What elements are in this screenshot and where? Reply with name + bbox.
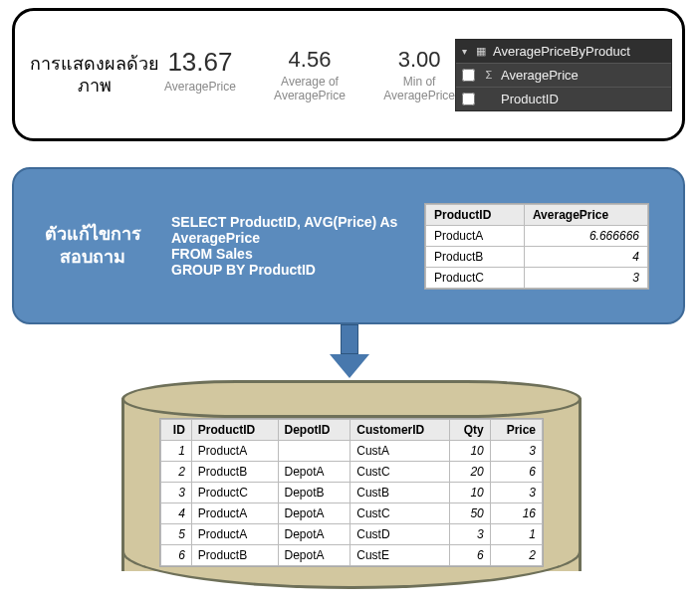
cell: 10 bbox=[450, 483, 491, 503]
table-header-row: ProductID AveragePrice bbox=[426, 204, 648, 225]
cell bbox=[278, 441, 350, 462]
cell: CustC bbox=[350, 462, 450, 483]
flow-arrow-down bbox=[335, 324, 364, 380]
arrow-stem bbox=[341, 324, 358, 354]
column-header: ID bbox=[161, 420, 192, 441]
cell: 6 bbox=[490, 462, 542, 483]
database-cylinder: ID ProductID DepotID CustomerID Qty Pric… bbox=[121, 380, 582, 589]
sigma-icon: Σ bbox=[481, 69, 497, 81]
query-panel-title: ตัวแก้ไขการสอบถาม bbox=[28, 223, 157, 270]
cell: ProductC bbox=[191, 483, 278, 503]
metric-card: 4.56 Average of AveragePrice bbox=[268, 47, 351, 102]
column-header: AveragePrice bbox=[524, 204, 647, 225]
cell: 2 bbox=[161, 462, 192, 483]
metric-label: Min of AveragePrice bbox=[383, 75, 455, 102]
cell: ProductA bbox=[191, 524, 278, 545]
cell: DepotA bbox=[278, 545, 350, 566]
cell: 6 bbox=[450, 545, 491, 566]
table-row: 2ProductBDepotACustC206 bbox=[161, 462, 543, 483]
visual-panel-title: การแสดงผลด้วยภาพ bbox=[25, 53, 164, 98]
field-checkbox[interactable] bbox=[462, 93, 475, 105]
cell: 6.666666 bbox=[524, 225, 647, 246]
cell: 2 bbox=[490, 545, 542, 566]
cell: DepotB bbox=[278, 483, 350, 503]
fields-table-name: AveragePriceByProduct bbox=[493, 44, 630, 59]
cell: DepotA bbox=[278, 524, 350, 545]
cell: 3 bbox=[524, 267, 647, 288]
query-result-table: ProductID AveragePrice ProductA 6.666666… bbox=[424, 203, 649, 290]
cell: CustC bbox=[350, 503, 450, 524]
cell: 50 bbox=[450, 503, 491, 524]
cell: CustB bbox=[350, 483, 450, 503]
table-icon: ▦ bbox=[473, 45, 489, 58]
table-row: 3ProductCDepotBCustB103 bbox=[161, 483, 543, 503]
cylinder-top bbox=[121, 380, 582, 418]
column-header: CustomerID bbox=[350, 420, 450, 441]
arrow-head-icon bbox=[330, 354, 369, 378]
cell: 3 bbox=[161, 483, 192, 503]
metric-label: Average of AveragePrice bbox=[268, 75, 351, 102]
column-header: Qty bbox=[450, 420, 491, 441]
cell: ProductA bbox=[426, 225, 525, 246]
cell: 3 bbox=[450, 524, 491, 545]
cell: CustD bbox=[350, 524, 450, 545]
column-header: ProductID bbox=[191, 420, 278, 441]
query-editor-panel: ตัวแก้ไขการสอบถาม SELECT ProductID, AVG(… bbox=[12, 167, 685, 324]
table-row: 6ProductBDepotACustE62 bbox=[161, 545, 543, 566]
column-header: ProductID bbox=[426, 204, 525, 225]
cell: ProductC bbox=[426, 267, 525, 288]
cell: DepotA bbox=[278, 503, 350, 524]
cell: CustA bbox=[350, 441, 450, 462]
field-item[interactable]: Σ AveragePrice bbox=[456, 63, 671, 87]
sql-query-text: SELECT ProductID, AVG(Price) As AverageP… bbox=[171, 214, 410, 278]
cell: ProductB bbox=[426, 246, 525, 267]
cell: CustE bbox=[350, 545, 450, 566]
fields-pane: ▾ ▦ AveragePriceByProduct Σ AveragePrice… bbox=[455, 39, 672, 111]
cell: 1 bbox=[161, 441, 192, 462]
table-row: ProductB 4 bbox=[426, 246, 648, 267]
cell: 6 bbox=[161, 545, 192, 566]
cell: 5 bbox=[161, 524, 192, 545]
table-row: ProductC 3 bbox=[426, 267, 648, 288]
cell: 1 bbox=[490, 524, 542, 545]
metric-value: 13.67 bbox=[164, 47, 236, 78]
cell: ProductA bbox=[191, 441, 278, 462]
field-name: ProductID bbox=[501, 92, 559, 106]
table-row: 1ProductACustA103 bbox=[161, 441, 543, 462]
field-item[interactable]: ProductID bbox=[456, 87, 671, 110]
cell: DepotA bbox=[278, 462, 350, 483]
table-header-row: ID ProductID DepotID CustomerID Qty Pric… bbox=[161, 420, 543, 441]
cell: 3 bbox=[490, 441, 542, 462]
cell: ProductA bbox=[191, 503, 278, 524]
metric-card: 13.67 AveragePrice bbox=[164, 47, 236, 102]
cell: 16 bbox=[490, 503, 542, 524]
metric-value: 4.56 bbox=[268, 47, 351, 73]
cell: 4 bbox=[161, 503, 192, 524]
cell: 4 bbox=[524, 246, 647, 267]
metric-label: AveragePrice bbox=[164, 80, 236, 94]
table-row: 5ProductADepotACustD31 bbox=[161, 524, 543, 545]
cell: ProductB bbox=[191, 462, 278, 483]
cell: 20 bbox=[450, 462, 491, 483]
table-row: ProductA 6.666666 bbox=[426, 225, 648, 246]
column-header: Price bbox=[490, 420, 542, 441]
sales-source-table: ID ProductID DepotID CustomerID Qty Pric… bbox=[159, 418, 544, 567]
metric-cards: 13.67 AveragePrice 4.56 Average of Avera… bbox=[164, 47, 455, 102]
fields-table-row[interactable]: ▾ ▦ AveragePriceByProduct bbox=[456, 40, 671, 63]
field-checkbox[interactable] bbox=[462, 69, 475, 82]
table-row: 4ProductADepotACustC5016 bbox=[161, 503, 543, 524]
column-header: DepotID bbox=[278, 420, 350, 441]
cell: 3 bbox=[490, 483, 542, 503]
field-name: AveragePrice bbox=[501, 68, 579, 83]
visual-display-panel: การแสดงผลด้วยภาพ 13.67 AveragePrice 4.56… bbox=[12, 8, 685, 141]
cell: 10 bbox=[450, 441, 491, 462]
chevron-down-icon: ▾ bbox=[462, 46, 467, 57]
cell: ProductB bbox=[191, 545, 278, 566]
metric-card: 3.00 Min of AveragePrice bbox=[383, 47, 455, 102]
metric-value: 3.00 bbox=[383, 47, 455, 73]
